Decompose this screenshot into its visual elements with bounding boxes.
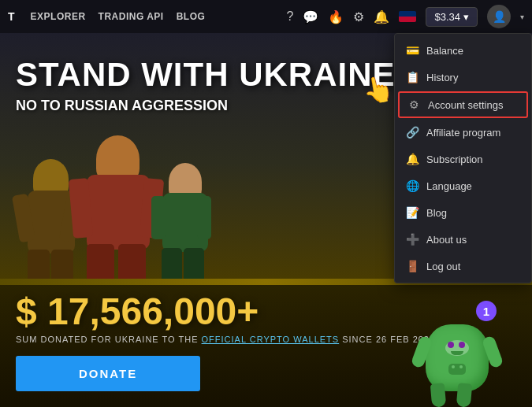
- dropdown-history[interactable]: 📋 History: [395, 64, 531, 91]
- help-icon[interactable]: ?: [287, 9, 294, 24]
- price-value: $3.34: [434, 11, 460, 23]
- tools-icon[interactable]: ⚙: [353, 9, 364, 24]
- mascot-area: 1: [414, 297, 516, 399]
- donate-section: DONATE: [16, 356, 200, 391]
- price-chevron-icon: ▾: [463, 11, 469, 23]
- dropdown-language-label: Language: [426, 180, 472, 192]
- dropdown-balance[interactable]: 💳 Balance: [395, 37, 531, 64]
- donation-amount: $ 17,566,000+: [16, 290, 435, 333]
- donate-button[interactable]: DONATE: [16, 356, 200, 391]
- price-button[interactable]: $3.34 ▾: [426, 7, 478, 27]
- dropdown-blog-label: Blog: [426, 207, 447, 219]
- nav-logo[interactable]: T: [8, 10, 15, 23]
- bell-icon[interactable]: 🔔: [374, 9, 389, 24]
- dropdown-account-settings[interactable]: ⚙ Account settings: [398, 91, 528, 118]
- notification-count: 1: [476, 301, 497, 321]
- blog-icon: 📝: [406, 206, 419, 219]
- history-icon: 📋: [406, 71, 419, 83]
- nav-explorer[interactable]: EXPLORER: [31, 11, 86, 22]
- avatar-chevron-icon[interactable]: ▾: [520, 13, 524, 21]
- affiliate-icon: 🔗: [406, 126, 419, 139]
- mascot-figure: 1: [414, 305, 500, 391]
- dropdown-about-label: About us: [426, 234, 467, 246]
- account-dropdown: 💳 Balance 📋 History ⚙ Account settings 🔗…: [394, 33, 532, 283]
- dropdown-blog[interactable]: 📝 Blog: [395, 199, 531, 226]
- navbar: T EXPLORER TRADING API BLOG ? 💬 🔥 ⚙ 🔔 $3…: [0, 0, 532, 33]
- dropdown-affiliate-label: Affiliate program: [426, 127, 500, 139]
- dropdown-logout[interactable]: 🚪 Log out: [395, 253, 531, 279]
- language-icon: 🌐: [406, 179, 419, 192]
- subscription-icon: 🔔: [406, 153, 419, 165]
- characters-area: [0, 120, 339, 285]
- balance-icon: 💳: [406, 44, 419, 57]
- donation-label: SUM DONATED FOR UKRAINE TO THE OFFICIAL …: [16, 335, 435, 344]
- dropdown-logout-label: Log out: [426, 261, 460, 272]
- amount-label-text: SUM DONATED FOR UKRAINE TO THE: [16, 335, 199, 344]
- official-wallets-link[interactable]: OFFICIAL CRYPTO WALLETS: [202, 335, 340, 344]
- nav-blog[interactable]: BLOG: [177, 11, 206, 22]
- dropdown-balance-label: Balance: [426, 45, 463, 57]
- settings-icon: ⚙: [407, 98, 420, 111]
- dropdown-affiliate[interactable]: 🔗 Affiliate program: [395, 119, 531, 146]
- amount-section: $ 17,566,000+ SUM DONATED FOR UKRAINE TO…: [16, 290, 435, 344]
- fire-icon[interactable]: 🔥: [328, 9, 344, 24]
- hero-title-s: S: [16, 56, 39, 93]
- dropdown-settings-label: Account settings: [428, 99, 503, 111]
- flag-icon[interactable]: [399, 11, 416, 22]
- dropdown-history-label: History: [426, 72, 458, 83]
- notification-badge: 1: [476, 301, 497, 321]
- about-icon: ➕: [406, 233, 419, 246]
- nav-icon-group: ? 💬 🔥 ⚙ 🔔 $3.34 ▾ 👤 ▾: [287, 5, 524, 28]
- nav-trading-api[interactable]: TRADING API: [99, 11, 164, 22]
- dropdown-subscription-label: Subscription: [426, 154, 483, 165]
- chat-icon[interactable]: 💬: [303, 9, 318, 24]
- dropdown-subscription[interactable]: 🔔 Subscription: [395, 146, 531, 172]
- logout-icon: 🚪: [406, 260, 419, 272]
- dropdown-about[interactable]: ➕ About us: [395, 226, 531, 253]
- avatar-button[interactable]: 👤: [487, 5, 511, 28]
- dropdown-language[interactable]: 🌐 Language: [395, 172, 531, 199]
